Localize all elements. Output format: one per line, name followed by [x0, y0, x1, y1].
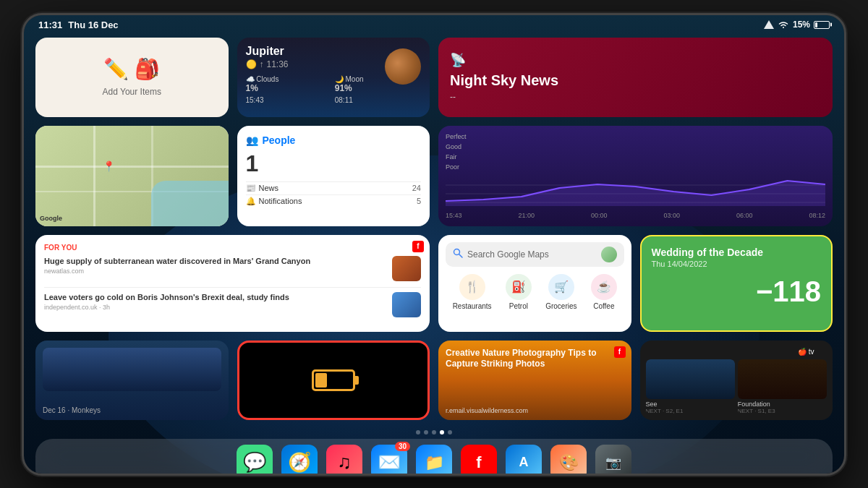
news-thumb-2: [392, 292, 421, 317]
signal-icon: [764, 20, 774, 29]
widget-appletv[interactable]: 🍎 tv See NEXT · S2, E1 Foundation NEXT ·…: [640, 341, 833, 420]
clouds-label: Clouds: [256, 75, 278, 83]
widget-maps-search[interactable]: Search Google Maps 🍴 Restaurants ⛽ Petro…: [438, 235, 631, 332]
battery-percent: 15%: [793, 20, 810, 30]
graph-good: Good: [446, 143, 825, 150]
dock-safari[interactable]: 🧭: [281, 445, 318, 474]
widget-maps-mini[interactable]: 📍 Google: [35, 126, 229, 226]
news-text-2: Leave voters go cold on Boris Johnson's …: [44, 292, 386, 311]
widget-nature[interactable]: f Creative Nature Photography Tips to Ca…: [438, 341, 631, 420]
people-notif-label: Notifications: [259, 197, 302, 205]
petrol-icon: ⛽: [506, 274, 532, 300]
mail-icon: ✉️: [378, 451, 401, 474]
maps-cat-groceries[interactable]: 🛒 Groceries: [545, 274, 576, 310]
news-title-1: Huge supply of subterranean water discov…: [44, 256, 386, 266]
flipboard-badge: f: [412, 241, 424, 252]
widget-music[interactable]: Dec 16 · Monkeys: [35, 341, 229, 420]
restaurants-label: Restaurants: [453, 302, 492, 310]
show-thumb-see: [646, 359, 735, 399]
svg-text:🍎 tv: 🍎 tv: [798, 347, 814, 356]
graph-svg: [446, 174, 825, 206]
maps-cat-coffee[interactable]: ☕ Coffee: [591, 274, 617, 310]
appletv-show-see[interactable]: See NEXT · S2, E1: [646, 359, 735, 414]
dock-flipboard[interactable]: f: [461, 445, 497, 474]
dock-colorui[interactable]: 🎨: [550, 445, 587, 474]
dot-2[interactable]: [424, 430, 428, 435]
wifi-icon: [778, 20, 789, 29]
news-for-you-label: FOR YOU: [44, 244, 421, 252]
maps-cat-petrol[interactable]: ⛽ Petrol: [506, 274, 532, 310]
reminders-label: Add Your Items: [103, 87, 161, 97]
maps-user-avatar: [601, 247, 617, 262]
nature-source: r.email.visualwilderness.com: [446, 407, 528, 414]
dock-mail[interactable]: ✉️ 30: [371, 445, 407, 474]
reminders-icons: ✏️ 🎒: [103, 57, 160, 81]
people-news-count: 24: [412, 184, 421, 193]
maps-background: 📍 Google: [35, 126, 229, 226]
status-bar: 11:31 Thu 16 Dec 15%: [24, 15, 844, 35]
jupiter-time2: 08:11: [335, 96, 421, 104]
dock: 💬 🧭 ♫ ✉️ 30 📁 f A 🎨: [35, 439, 833, 474]
news-item-2[interactable]: Leave voters go cold on Boris Johnson's …: [44, 292, 421, 317]
news-source-2: independent.co.uk · 3h: [44, 304, 386, 311]
appletv-show-foundation[interactable]: Foundation NEXT · S1, E3: [738, 359, 827, 414]
coffee-icon: ☕: [591, 274, 617, 300]
jupiter-time1: 15:43: [246, 96, 332, 104]
widget-jupiter[interactable]: Jupiter 🟡 ↑ 11:36 ☁️ Clouds 1% 🌙 Moon 91…: [237, 38, 430, 117]
graph-fair: Fair: [446, 153, 825, 160]
dot-4-active[interactable]: [440, 430, 444, 435]
widget-nightsky[interactable]: 📡 Night Sky News --: [438, 38, 833, 117]
graph-labels: Perfect: [446, 133, 825, 140]
widget-battery[interactable]: [237, 341, 430, 420]
moon-label: Moon: [346, 75, 364, 83]
people-title: People: [263, 134, 296, 146]
ipad-screen: 11:31 Thu 16 Dec 15%: [24, 15, 844, 474]
status-right: 15%: [764, 20, 830, 30]
coffee-label: Coffee: [591, 302, 617, 310]
dock-screenshot[interactable]: 📷: [595, 445, 631, 474]
dock-music[interactable]: ♫: [326, 445, 362, 474]
maps-categories: 🍴 Restaurants ⛽ Petrol 🛒 Groceries ☕ Cof…: [446, 274, 624, 310]
safari-icon: 🧭: [288, 451, 311, 474]
dock-appstore[interactable]: A: [506, 445, 542, 474]
groceries-label: Groceries: [545, 302, 576, 310]
clouds-val: 1%: [246, 83, 332, 93]
calendar-date: Thu 14/04/2022: [652, 260, 822, 268]
widget-reminders[interactable]: ✏️ 🎒 Add Your Items: [35, 38, 229, 117]
show-see-sub: NEXT · S2, E1: [646, 408, 735, 414]
music-label: Dec 16 · Monkeys: [43, 406, 101, 414]
people-items: 📰News 24 🔔Notifications 5: [246, 181, 422, 207]
widget-calendar[interactable]: Wedding of the Decade Thu 14/04/2022 −11…: [640, 235, 833, 332]
maps-cat-restaurants[interactable]: 🍴 Restaurants: [453, 274, 492, 310]
widget-news[interactable]: FOR YOU f Huge supply of subterranean wa…: [35, 235, 430, 332]
svg-marker-0: [764, 20, 774, 29]
dock-files[interactable]: 📁: [416, 445, 452, 474]
people-notif-count: 5: [417, 197, 421, 206]
messages-icon: 💬: [243, 451, 266, 474]
date: Thu 16 Dec: [68, 20, 118, 30]
ipad-frame: 11:31 Thu 16 Dec 15%: [22, 13, 846, 476]
news-divider: [44, 287, 421, 288]
dock-messages[interactable]: 💬: [237, 445, 273, 474]
show-see-title: See: [646, 401, 735, 408]
people-news-row: 📰News 24: [246, 181, 422, 194]
dot-1[interactable]: [416, 430, 420, 435]
graph-fair-label: Fair: [446, 153, 457, 160]
news-text-1: Huge supply of subterranean water discov…: [44, 256, 386, 275]
dot-3[interactable]: [432, 430, 436, 435]
power-button[interactable]: [844, 223, 846, 266]
people-icon: 👥: [246, 134, 258, 146]
appletv-logo: 🍎 tv: [798, 346, 827, 356]
graph-poor-label: Poor: [446, 163, 459, 171]
graph-perfect: Perfect: [446, 133, 467, 140]
news-item-1[interactable]: Huge supply of subterranean water discov…: [44, 256, 421, 281]
widget-people[interactable]: 👥 People 1 📰News 24 🔔Notifications 5: [237, 126, 430, 226]
maps-search-bar[interactable]: Search Google Maps: [446, 242, 624, 267]
widget-graph: Perfect Good Fair Poor: [438, 126, 833, 226]
appletv-shows: See NEXT · S2, E1 Foundation NEXT · S1, …: [646, 359, 827, 414]
svg-line-5: [459, 254, 463, 258]
dot-5[interactable]: [448, 430, 452, 435]
mail-badge: 30: [395, 442, 410, 451]
nature-flipboard-badge: f: [614, 346, 626, 358]
nightsky-sub: --: [450, 92, 821, 102]
